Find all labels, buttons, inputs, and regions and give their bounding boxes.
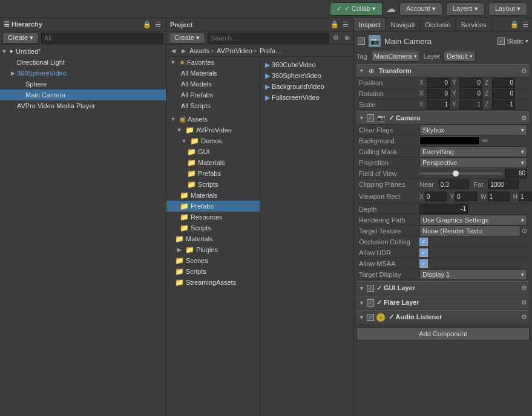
flare-layer-checkbox[interactable]: ✓ <box>367 299 374 307</box>
target-texture-pick-icon[interactable]: ⊙ <box>522 227 527 235</box>
depth-field[interactable] <box>419 204 468 214</box>
layers-button[interactable]: Layers ▾ <box>446 2 485 16</box>
streaming-folder[interactable]: 📁 StreamingAssets <box>166 277 260 288</box>
rot-y-field[interactable] <box>459 89 482 99</box>
audio-listener-header[interactable]: ▼ ✓ ♪✓ Audio Listener ⚙ <box>356 310 530 323</box>
inspector-lock-icon[interactable]: 🔒 <box>510 21 519 29</box>
materials-subfolder[interactable]: 📁 Materials <box>166 157 260 168</box>
fov-track[interactable] <box>419 172 503 175</box>
tab-occlusion[interactable]: Occlusio <box>420 18 456 31</box>
hierarchy-create-button[interactable]: Create ▾ <box>2 33 39 44</box>
gui-layer-header[interactable]: ▼ ✓ ✓ GUI Layer ⚙ <box>356 281 530 294</box>
scale-x-field[interactable] <box>427 100 450 109</box>
hierarchy-menu-icon[interactable]: ☰ <box>154 21 162 29</box>
vp-x-field[interactable] <box>425 192 447 201</box>
gui-layer-settings-icon[interactable]: ⚙ <box>521 284 527 292</box>
project-eye-icon[interactable]: 👁 <box>343 34 351 42</box>
near-field[interactable] <box>439 180 469 189</box>
materials-folder[interactable]: 📁 Materials <box>166 190 260 201</box>
tab-services[interactable]: Services <box>456 18 491 31</box>
static-checkbox[interactable]: ✓ <box>498 37 505 45</box>
vp-y-field[interactable] <box>455 192 477 201</box>
demos-folder[interactable]: ▼ 📁 Demos <box>166 135 260 146</box>
tree-item-directional-light[interactable]: Directional Light <box>0 57 166 68</box>
far-field[interactable] <box>488 180 519 189</box>
hdr-checkbox[interactable]: ✓ <box>419 249 428 257</box>
tree-item-360sphere[interactable]: ▶ 360SphereVideo <box>0 68 166 79</box>
project-menu-icon[interactable]: ☰ <box>341 21 350 29</box>
project-settings-icon[interactable]: ⚙ <box>332 34 340 42</box>
assets-header[interactable]: ▼ ▣ Assets <box>166 114 260 125</box>
breadcrumb-avprovideo[interactable]: AVProVideo <box>217 47 252 54</box>
breadcrumb-back-icon[interactable]: ◀ <box>169 47 177 55</box>
fov-thumb[interactable] <box>453 171 459 177</box>
background-color-swatch[interactable] <box>419 137 480 145</box>
tree-item-sphere[interactable]: Sphere <box>0 79 166 89</box>
clear-flags-dropdown[interactable]: Skybox ▾ <box>419 125 527 135</box>
pos-y-field[interactable] <box>459 78 482 88</box>
add-component-button[interactable]: Add Component <box>356 327 530 340</box>
hierarchy-lock-icon[interactable]: 🔒 <box>143 21 151 29</box>
transform-header[interactable]: ▼ ⊕ Transform ⚙ <box>356 64 530 77</box>
asset-background[interactable]: ▶ BackgroundVideo <box>263 81 351 92</box>
gui-folder[interactable]: 📁 GUI <box>166 146 260 157</box>
gui-layer-checkbox[interactable]: ✓ <box>367 285 374 292</box>
avprovideo-folder[interactable]: ▼ 📁 AVProVideo <box>166 125 260 135</box>
color-picker-icon[interactable]: ✏ <box>482 137 488 145</box>
breadcrumb-assets[interactable]: Assets <box>189 47 209 54</box>
breadcrumb-prefa[interactable]: Prefa… <box>260 47 282 54</box>
materials2-folder[interactable]: 📁 Materials <box>166 233 260 244</box>
scripts-folder[interactable]: 📁 Scripts <box>166 223 260 233</box>
project-lock-icon[interactable]: 🔒 <box>330 21 339 29</box>
enable-checkbox[interactable]: ✓ <box>358 37 365 45</box>
project-search-input[interactable] <box>208 33 329 44</box>
transform-settings-icon[interactable]: ⚙ <box>521 67 527 75</box>
prefabs-folder[interactable]: 📁 Prefabs <box>166 201 260 212</box>
resources-folder[interactable]: 📁 Resources <box>166 212 260 223</box>
culling-mask-dropdown[interactable]: Everything ▾ <box>419 146 527 157</box>
hierarchy-scene-root[interactable]: ▼ ✦ Untitled* <box>0 46 166 57</box>
pos-z-field[interactable] <box>492 78 515 88</box>
tree-item-main-camera[interactable]: Main Camera <box>0 89 166 100</box>
project-create-button[interactable]: Create ▾ <box>169 33 205 44</box>
camera-header[interactable]: ▼ ✓ 📷 ✓ Camera ⚙ <box>356 111 530 125</box>
asset-fullscreen[interactable]: ▶ FullscreenVideo <box>263 92 351 103</box>
vp-h-field[interactable] <box>519 192 532 201</box>
tab-navigate[interactable]: Navigati <box>386 18 420 31</box>
prefabs-subfolder[interactable]: 📁 Prefabs <box>166 168 260 179</box>
fav-all-scripts[interactable]: All Scripts <box>166 100 260 111</box>
target-display-dropdown[interactable]: Display 1 ▾ <box>419 269 527 280</box>
breadcrumb-fwd-icon[interactable]: ▶ <box>179 47 188 55</box>
occlusion-checkbox[interactable]: ✓ <box>419 238 428 246</box>
fav-all-materials[interactable]: All Materials <box>166 68 260 79</box>
msaa-checkbox[interactable]: ✓ <box>419 259 428 268</box>
audio-listener-checkbox[interactable]: ✓ <box>367 314 374 321</box>
scale-y-field[interactable] <box>459 100 482 109</box>
flare-layer-settings-icon[interactable]: ⚙ <box>521 299 527 307</box>
scale-z-field[interactable] <box>492 100 515 109</box>
layout-button[interactable]: Layout ▾ <box>488 2 527 16</box>
collab-button[interactable]: ✓ ✓ Collab ▾ <box>330 2 383 16</box>
camera-enable-checkbox[interactable]: ✓ <box>367 114 374 122</box>
camera-settings-icon[interactable]: ⚙ <box>521 114 527 122</box>
flare-layer-header[interactable]: ▼ ✓ ✓ Flare Layer ⚙ <box>356 296 530 309</box>
scripts-subfolder[interactable]: 📁 Scripts <box>166 179 260 190</box>
fav-all-models[interactable]: All Models <box>166 79 260 89</box>
favorites-header[interactable]: ▼ ★ Favorites <box>166 57 260 68</box>
asset-360cube[interactable]: ▶ 360CubeVideo <box>263 59 351 70</box>
asset-360sphere[interactable]: ▶ 360SphereVideo <box>263 70 351 81</box>
audio-listener-settings-icon[interactable]: ⚙ <box>521 313 527 321</box>
tab-inspect[interactable]: Inspect <box>354 18 386 31</box>
rot-x-field[interactable] <box>427 89 450 99</box>
pos-x-field[interactable] <box>427 78 450 88</box>
rendering-path-dropdown[interactable]: Use Graphics Settings ▾ <box>419 215 527 226</box>
target-texture-dropdown[interactable]: None (Render Textu <box>419 226 521 236</box>
layer-dropdown[interactable]: Default ▾ <box>444 51 476 62</box>
account-button[interactable]: Account ▾ <box>399 2 442 16</box>
static-arrow[interactable]: ▾ <box>525 38 528 44</box>
fov-field[interactable] <box>505 169 527 178</box>
tag-dropdown[interactable]: MainCamera ▾ <box>371 51 420 62</box>
vp-w-field[interactable] <box>488 192 510 201</box>
projection-dropdown[interactable]: Perspective ▾ <box>419 157 527 168</box>
hierarchy-search-input[interactable] <box>41 33 163 44</box>
